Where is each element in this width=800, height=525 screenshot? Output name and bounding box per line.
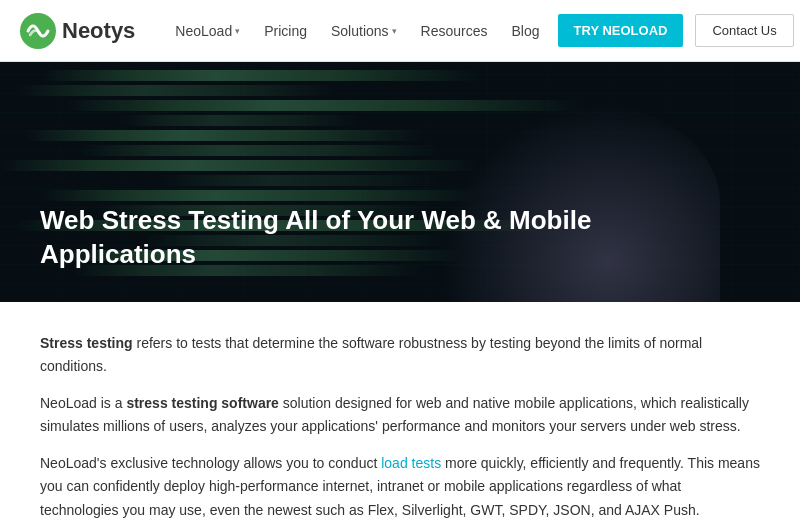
paragraph-1: Stress testing refers to tests that dete… (40, 332, 760, 378)
logo-text: Neotys (62, 18, 135, 44)
stress-testing-term: Stress testing (40, 335, 133, 351)
stress-testing-software-term: stress testing software (126, 395, 279, 411)
chevron-down-icon: ▾ (392, 26, 397, 36)
nav-item-neoload[interactable]: NeoLoad ▾ (165, 15, 250, 47)
navigation: Neotys NeoLoad ▾ Pricing Solutions ▾ Res… (0, 0, 800, 62)
contact-us-button[interactable]: Contact Us (695, 14, 793, 47)
nav-item-solutions[interactable]: Solutions ▾ (321, 15, 407, 47)
hero-hand-image (440, 102, 720, 302)
nav-item-resources[interactable]: Resources (411, 15, 498, 47)
paragraph-2: NeoLoad is a stress testing software sol… (40, 392, 760, 438)
nav-item-pricing[interactable]: Pricing (254, 15, 317, 47)
logo-icon (20, 13, 56, 49)
hero-section: Web Stress Testing All of Your Web & Mob… (0, 62, 800, 302)
paragraph-3: NeoLoad's exclusive technology allows yo… (40, 452, 760, 521)
logo[interactable]: Neotys (20, 13, 135, 49)
hero-title: Web Stress Testing All of Your Web & Mob… (40, 204, 660, 272)
nav-links: NeoLoad ▾ Pricing Solutions ▾ Resources … (165, 14, 800, 47)
main-content: Stress testing refers to tests that dete… (0, 302, 800, 525)
load-tests-link[interactable]: load tests (381, 455, 441, 471)
nav-item-blog[interactable]: Blog (502, 15, 550, 47)
try-neoload-button[interactable]: TRY NEOLOAD (558, 14, 684, 47)
chevron-down-icon: ▾ (235, 26, 240, 36)
